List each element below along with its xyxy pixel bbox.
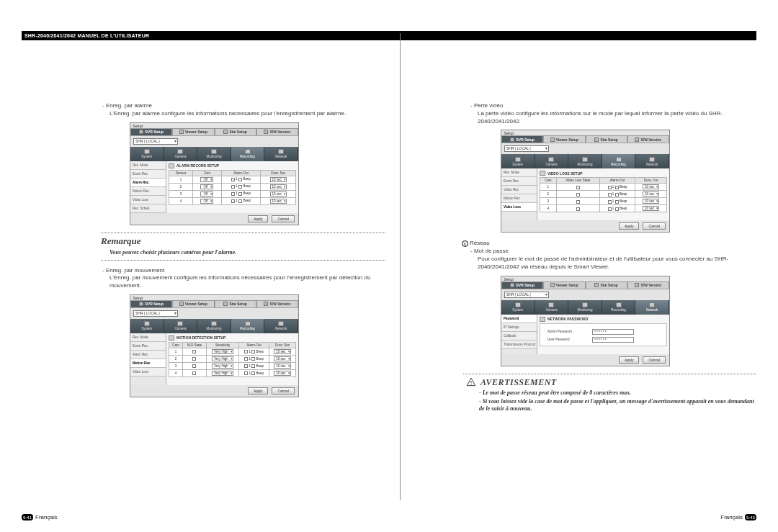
duration-dropdown[interactable]: 10 sec: [643, 184, 659, 189]
sensitivity-dropdown[interactable]: Very High: [212, 371, 233, 376]
sensitivity-dropdown[interactable]: Very High: [212, 356, 233, 361]
side-item[interactable]: Motion Rec.: [130, 187, 166, 196]
side-item[interactable]: Rec. Mode: [130, 161, 166, 170]
side-item[interactable]: Password: [501, 315, 537, 323]
nav-monitoring[interactable]: Monitoring: [197, 319, 231, 333]
tab-viewer-setup[interactable]: Viewer Setup: [543, 281, 585, 289]
nav-system[interactable]: System: [130, 147, 164, 161]
checkbox[interactable]: [238, 178, 242, 181]
checkbox[interactable]: [615, 186, 619, 189]
nav-system[interactable]: System: [501, 300, 535, 315]
nav-recording[interactable]: Recording: [602, 300, 636, 315]
side-item[interactable]: Event Rec.: [501, 177, 537, 186]
nav-camera[interactable]: Camera: [535, 154, 569, 168]
side-item[interactable]: Event Rec.: [130, 342, 166, 351]
checkbox[interactable]: [231, 178, 235, 181]
tab-dvr-setup[interactable]: DVR Setup: [130, 300, 172, 307]
duration-dropdown[interactable]: 10 sec: [270, 199, 287, 204]
tab-site-setup[interactable]: Site Setup: [215, 128, 256, 135]
admin-password-field[interactable]: ******: [592, 329, 634, 335]
duration-dropdown[interactable]: 10 sec: [270, 191, 287, 197]
nav-recording[interactable]: Recording: [231, 319, 265, 333]
checkbox[interactable]: [244, 350, 248, 353]
nav-network[interactable]: Network: [264, 319, 298, 333]
checkbox[interactable]: [192, 357, 196, 361]
side-item[interactable]: Video Loss: [501, 203, 537, 212]
tab-sw-version[interactable]: S/W Version: [627, 135, 669, 143]
nav-system[interactable]: System: [130, 319, 164, 333]
checkbox[interactable]: [576, 193, 580, 197]
nav-camera[interactable]: Camera: [535, 300, 569, 315]
tab-sw-version[interactable]: S/W Version: [256, 128, 298, 135]
checkbox[interactable]: [576, 200, 580, 204]
checkbox[interactable]: [576, 186, 580, 189]
nav-recording[interactable]: Recording: [231, 147, 265, 161]
nav-monitoring[interactable]: Monitoring: [197, 147, 231, 161]
checkbox[interactable]: [608, 207, 612, 211]
tab-sw-version[interactable]: S/W Version: [256, 300, 298, 307]
sensitivity-dropdown[interactable]: Very High: [212, 349, 233, 354]
sensitivity-dropdown[interactable]: Very High: [212, 364, 233, 369]
nav-camera[interactable]: Camera: [164, 319, 198, 333]
checkbox[interactable]: [238, 192, 242, 196]
cam-dropdown[interactable]: Off: [200, 191, 213, 197]
duration-dropdown[interactable]: 10 sec: [643, 206, 659, 211]
checkbox[interactable]: [251, 364, 255, 368]
apply-button[interactable]: Apply: [248, 215, 269, 222]
tab-site-setup[interactable]: Site Setup: [586, 281, 627, 289]
checkbox[interactable]: [615, 193, 619, 197]
checkbox[interactable]: [231, 185, 235, 189]
checkbox[interactable]: [251, 357, 255, 361]
side-item[interactable]: Rec. Mode: [501, 168, 537, 177]
side-item[interactable]: Motion Rec.: [130, 359, 166, 368]
apply-button[interactable]: Apply: [248, 387, 269, 395]
nav-network[interactable]: Network: [264, 147, 298, 161]
user-password-field[interactable]: ******: [592, 337, 634, 343]
checkbox[interactable]: [244, 364, 248, 368]
duration-dropdown[interactable]: 10 sec: [274, 371, 290, 376]
duration-dropdown[interactable]: 10 sec: [270, 184, 287, 189]
nav-system[interactable]: System: [501, 154, 535, 168]
checkbox[interactable]: [251, 371, 255, 375]
duration-dropdown[interactable]: 10 sec: [274, 349, 290, 354]
side-item[interactable]: Callback: [501, 332, 537, 341]
side-item[interactable]: Rec. Sched.: [130, 204, 166, 213]
duration-dropdown[interactable]: 10 sec: [643, 199, 659, 204]
dvr-select[interactable]: SHR [ LOCAL ]: [133, 138, 178, 145]
side-item[interactable]: Video Rec.: [501, 186, 537, 194]
checkbox[interactable]: [251, 350, 255, 353]
side-item[interactable]: Alarm Rec.: [130, 351, 166, 359]
dvr-select[interactable]: SHR [ LOCAL ]: [133, 310, 178, 317]
tab-viewer-setup[interactable]: Viewer Setup: [172, 128, 214, 135]
cancel-button[interactable]: Cancel: [643, 356, 666, 364]
tab-dvr-setup[interactable]: DVR Setup: [501, 135, 543, 143]
checkbox[interactable]: [238, 199, 242, 203]
checkbox[interactable]: [615, 200, 619, 204]
cancel-button[interactable]: Cancel: [643, 222, 666, 230]
nav-monitoring[interactable]: Monitoring: [568, 154, 602, 168]
tab-dvr-setup[interactable]: DVR Setup: [501, 281, 543, 289]
checkbox[interactable]: [244, 371, 248, 375]
side-item[interactable]: Video Loss: [130, 368, 166, 377]
tab-site-setup[interactable]: Site Setup: [215, 300, 256, 307]
cam-dropdown[interactable]: Off: [200, 184, 213, 189]
checkbox[interactable]: [192, 371, 196, 375]
cancel-button[interactable]: Cancel: [272, 387, 295, 395]
checkbox[interactable]: [576, 207, 580, 211]
cam-dropdown[interactable]: Off: [200, 199, 213, 204]
side-item[interactable]: Transmission Protocol: [501, 341, 537, 349]
checkbox[interactable]: [192, 364, 196, 368]
checkbox[interactable]: [608, 200, 612, 204]
duration-dropdown[interactable]: 10 sec: [274, 356, 290, 361]
duration-dropdown[interactable]: 10 sec: [274, 364, 290, 369]
nav-recording[interactable]: Recording: [602, 154, 636, 168]
tab-site-setup[interactable]: Site Setup: [586, 135, 627, 143]
checkbox[interactable]: [608, 193, 612, 197]
side-item[interactable]: Alarm Rec.: [130, 179, 166, 187]
side-item[interactable]: Rec. Mode: [130, 333, 166, 342]
cancel-button[interactable]: Cancel: [272, 215, 295, 222]
tab-viewer-setup[interactable]: Viewer Setup: [543, 135, 585, 143]
side-item[interactable]: Event Rec.: [130, 170, 166, 179]
checkbox[interactable]: [244, 357, 248, 361]
tab-sw-version[interactable]: S/W Version: [627, 281, 669, 289]
